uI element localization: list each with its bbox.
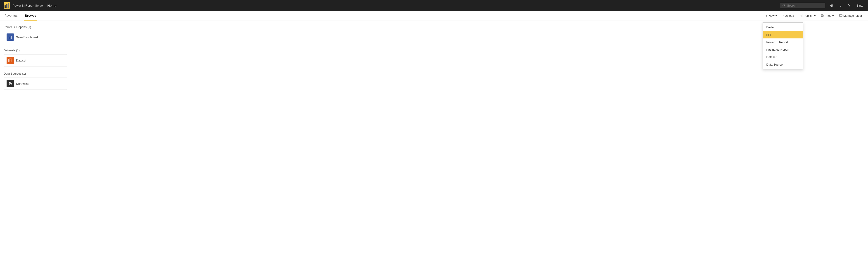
tiles-label: Tiles bbox=[825, 14, 831, 18]
top-nav: Power BI Report Server Home ⚙ ↓ ? Sina bbox=[0, 0, 868, 11]
bar-chart-icon bbox=[800, 14, 803, 18]
new-button-wrapper: ＋ New ▾ Folder KPI Power BI Report Pagin… bbox=[763, 12, 779, 19]
dropdown-item-folder[interactable]: Folder bbox=[763, 24, 803, 31]
svg-rect-12 bbox=[823, 15, 824, 17]
download-button[interactable]: ↓ bbox=[838, 2, 843, 9]
new-label: New bbox=[769, 14, 775, 18]
help-icon: ? bbox=[848, 3, 850, 8]
svg-rect-7 bbox=[801, 15, 802, 17]
chevron-down-icon: ▾ bbox=[775, 14, 777, 18]
settings-button[interactable]: ⚙ bbox=[828, 2, 835, 9]
user-name: Sina bbox=[855, 4, 864, 7]
datasets-section: Datasets (1) Dataset bbox=[4, 48, 864, 66]
new-button[interactable]: ＋ New ▾ bbox=[763, 12, 779, 19]
publish-button[interactable]: Publish ▾ bbox=[797, 12, 818, 19]
search-icon bbox=[782, 4, 785, 7]
tiles-chevron-icon: ▾ bbox=[832, 14, 834, 18]
datasets-title: Datasets (1) bbox=[4, 48, 864, 52]
help-button[interactable]: ? bbox=[846, 2, 852, 9]
manage-folder-button[interactable]: Manage folder bbox=[837, 12, 864, 19]
search-box[interactable] bbox=[780, 3, 825, 8]
upload-label: Upload bbox=[785, 14, 794, 18]
plus-icon: ＋ bbox=[765, 14, 768, 18]
item-name: Dataset bbox=[16, 59, 26, 62]
item-northwind[interactable]: Northwind bbox=[4, 77, 67, 90]
item-name: SalesDashboard bbox=[16, 35, 38, 39]
dropdown-item-paginated-report[interactable]: Paginated Report bbox=[763, 46, 803, 53]
tiles-icon bbox=[821, 14, 824, 18]
data-sources-title: Data Sources (1) bbox=[4, 72, 864, 75]
svg-rect-10 bbox=[823, 14, 824, 15]
main-content: Power BI Reports (1) SalesDashboard Data… bbox=[0, 21, 868, 100]
dropdown-item-data-source[interactable]: Data Source bbox=[763, 61, 803, 68]
svg-point-4 bbox=[783, 4, 784, 6]
tiles-button[interactable]: Tiles ▾ bbox=[819, 12, 836, 19]
new-dropdown-menu: Folder KPI Power BI Report Paginated Rep… bbox=[763, 22, 803, 69]
svg-rect-13 bbox=[839, 14, 842, 17]
app-logo bbox=[4, 2, 10, 9]
data-sources-section: Data Sources (1) Northwind bbox=[4, 72, 864, 90]
dropdown-item-power-bi-report[interactable]: Power BI Report bbox=[763, 38, 803, 46]
download-icon: ↓ bbox=[840, 3, 842, 8]
tab-favorites[interactable]: Favorites bbox=[4, 11, 19, 21]
svg-rect-15 bbox=[10, 37, 10, 39]
toolbar: ＋ New ▾ Folder KPI Power BI Report Pagin… bbox=[763, 12, 864, 19]
svg-rect-16 bbox=[11, 36, 11, 39]
svg-rect-2 bbox=[6, 4, 7, 8]
svg-rect-6 bbox=[800, 15, 800, 17]
publish-chevron-icon: ▾ bbox=[814, 14, 816, 18]
power-bi-reports-title: Power BI Reports (1) bbox=[4, 25, 864, 29]
publish-label: Publish bbox=[804, 14, 813, 18]
svg-line-5 bbox=[784, 6, 785, 7]
tab-browse[interactable]: Browse bbox=[24, 11, 37, 21]
dataset-icon bbox=[6, 57, 14, 64]
pbi-icon bbox=[6, 33, 14, 41]
svg-rect-14 bbox=[9, 37, 9, 39]
power-bi-reports-section: Power BI Reports (1) SalesDashboard bbox=[4, 25, 864, 43]
upload-button[interactable]: ↑ Upload bbox=[780, 13, 797, 19]
app-name: Power BI Report Server bbox=[13, 4, 44, 7]
dropdown-item-dataset[interactable]: Dataset bbox=[763, 53, 803, 61]
svg-rect-8 bbox=[802, 14, 802, 17]
svg-rect-9 bbox=[822, 14, 823, 15]
datasource-icon bbox=[6, 80, 14, 87]
item-dataset[interactable]: Dataset bbox=[4, 54, 67, 66]
manage-folder-label: Manage folder bbox=[843, 14, 862, 18]
upload-icon: ↑ bbox=[782, 14, 784, 18]
settings-icon: ⚙ bbox=[830, 3, 833, 8]
svg-rect-3 bbox=[8, 3, 9, 8]
svg-rect-1 bbox=[4, 5, 6, 8]
item-name: Northwind bbox=[16, 82, 29, 86]
svg-rect-17 bbox=[9, 59, 12, 62]
svg-rect-11 bbox=[822, 15, 823, 17]
item-sales-dashboard[interactable]: SalesDashboard bbox=[4, 31, 67, 43]
page-title: Home bbox=[47, 4, 56, 7]
folder-icon bbox=[839, 14, 842, 18]
search-input[interactable] bbox=[787, 4, 823, 7]
secondary-nav: Favorites Browse ＋ New ▾ Folder KPI Powe… bbox=[0, 11, 868, 21]
dropdown-item-kpi[interactable]: KPI bbox=[763, 31, 803, 38]
